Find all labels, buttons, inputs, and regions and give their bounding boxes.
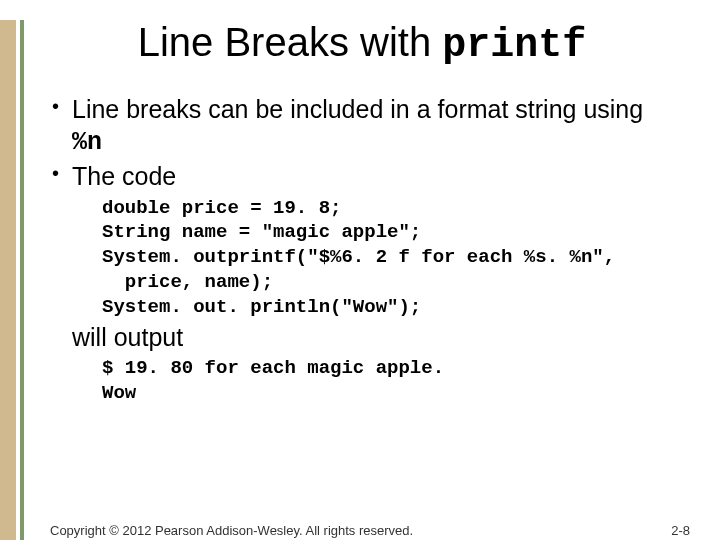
slide-title: Line Breaks with printf	[34, 20, 690, 68]
bullet-1-text: Line breaks can be included in a format …	[72, 95, 643, 123]
bullet-1-code: %n	[72, 128, 102, 157]
bullet-1: Line breaks can be included in a format …	[52, 94, 690, 159]
page-number: 2-8	[671, 523, 690, 538]
copyright-text: Copyright © 2012 Pearson Addison-Wesley.…	[50, 523, 413, 538]
code-line-3: System. outprintf("$%6. 2 f for each %s.…	[102, 246, 615, 268]
bullet-2-text: The code	[72, 162, 176, 190]
code-line-2: String name = "magic apple";	[102, 221, 421, 243]
title-code: printf	[442, 23, 586, 68]
slide-footer: Copyright © 2012 Pearson Addison-Wesley.…	[50, 523, 690, 538]
bullet-2: The code	[52, 161, 690, 192]
code-block-source: double price = 19. 8; String name = "mag…	[102, 196, 690, 319]
output-line-1: $ 19. 80 for each magic apple.	[102, 357, 444, 379]
will-output-label: will output	[72, 323, 690, 352]
code-line-4: price, name);	[102, 271, 273, 293]
output-line-2: Wow	[102, 382, 136, 404]
accent-stripe	[20, 20, 24, 540]
code-block-output: $ 19. 80 for each magic apple. Wow	[102, 356, 690, 405]
bullet-list: Line breaks can be included in a format …	[34, 94, 690, 192]
code-line-5: System. out. println("Wow");	[102, 296, 421, 318]
title-text: Line Breaks with	[138, 20, 443, 64]
slide: Line Breaks with printf Line breaks can …	[0, 20, 720, 540]
code-line-1: double price = 19. 8;	[102, 197, 341, 219]
